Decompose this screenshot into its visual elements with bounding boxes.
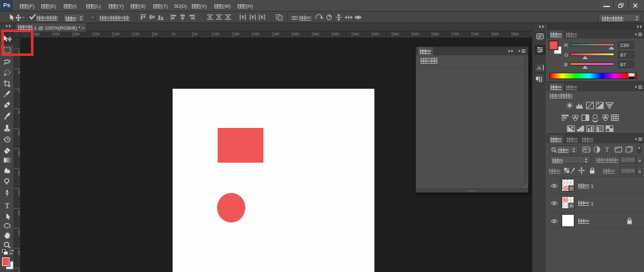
svg-text:300: 300 bbox=[294, 32, 299, 36]
svg-text:500: 500 bbox=[374, 32, 379, 36]
svg-text:A: A bbox=[537, 65, 541, 71]
svg-text:100: 100 bbox=[134, 32, 140, 36]
svg-text:300: 300 bbox=[54, 32, 60, 36]
svg-text:600: 600 bbox=[413, 32, 419, 36]
svg-text:700: 700 bbox=[453, 32, 459, 36]
svg-text:350: 350 bbox=[314, 32, 319, 36]
svg-text:T: T bbox=[605, 146, 609, 153]
svg-text:550: 550 bbox=[393, 32, 399, 36]
svg-text:0: 0 bbox=[174, 32, 176, 36]
svg-text:150: 150 bbox=[234, 32, 240, 36]
svg-text:200: 200 bbox=[254, 32, 260, 36]
svg-text:800: 800 bbox=[493, 32, 499, 36]
svg-text:450: 450 bbox=[354, 32, 359, 36]
svg-text:50: 50 bbox=[154, 32, 158, 36]
svg-text:650: 650 bbox=[433, 32, 439, 36]
svg-text:750: 750 bbox=[473, 32, 479, 36]
svg-text:250: 250 bbox=[274, 32, 279, 36]
svg-text:400: 400 bbox=[334, 32, 339, 36]
svg-text:100: 100 bbox=[214, 32, 220, 36]
svg-text:250: 250 bbox=[74, 32, 80, 36]
svg-text:50: 50 bbox=[194, 32, 198, 36]
svg-text:850: 850 bbox=[513, 32, 519, 36]
svg-text:150: 150 bbox=[114, 32, 120, 36]
svg-text:200: 200 bbox=[94, 32, 100, 36]
svg-text:350: 350 bbox=[34, 32, 40, 36]
svg-text:T: T bbox=[5, 201, 10, 210]
